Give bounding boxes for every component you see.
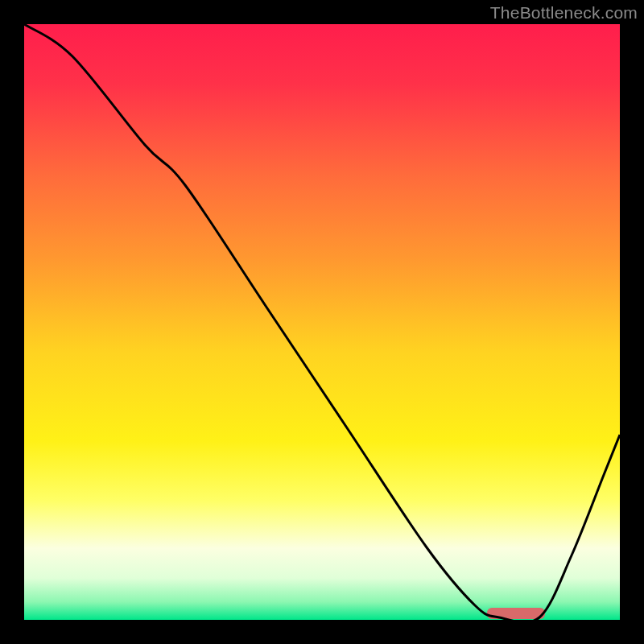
chart-frame: TheBottleneck.com — [0, 0, 644, 644]
watermark-text: TheBottleneck.com — [490, 3, 638, 23]
plot-area — [24, 24, 620, 620]
curve-layer — [24, 24, 620, 620]
data-curve — [24, 24, 620, 620]
